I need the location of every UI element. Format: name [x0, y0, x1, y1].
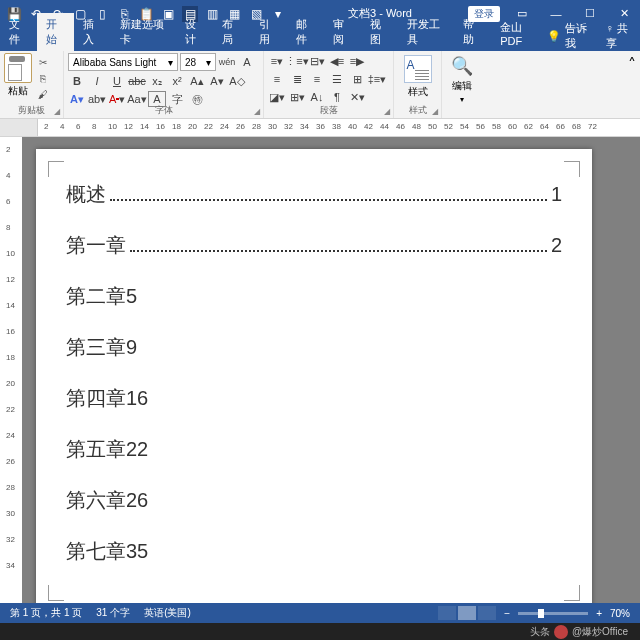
tab-home[interactable]: 开始: [37, 13, 74, 51]
toc-entry[interactable]: 第四章16: [66, 385, 562, 412]
align-right-icon[interactable]: ≡: [308, 71, 326, 87]
toc-page-num: 2: [551, 234, 562, 257]
toc-entry[interactable]: 第一章2: [66, 232, 562, 259]
paragraph-group: ≡▾ ⋮≡▾ ⊟▾ ◀≡ ≡▶ ≡ ≣ ≡ ☰ ⊞ ‡≡▾ ◪▾ ⊞▾ A↓ ¶…: [264, 51, 394, 118]
tab-insert[interactable]: 插入: [74, 13, 111, 51]
font-label: 字体: [64, 104, 263, 117]
styles-button[interactable]: 样式: [398, 53, 437, 101]
format-painter-icon[interactable]: 🖌: [34, 87, 52, 101]
clipboard-group: 粘贴 ✂ ⎘ 🖌 剪贴板 ◢: [0, 51, 64, 118]
styles-group: 样式 样式 ◢: [394, 51, 442, 118]
tell-me[interactable]: 告诉我: [565, 21, 591, 51]
justify-icon[interactable]: ☰: [328, 71, 346, 87]
editing-button[interactable]: 🔍 编辑 ▾: [446, 53, 478, 106]
asian-layout-icon[interactable]: ✕▾: [348, 89, 366, 105]
page-indicator[interactable]: 第 1 页，共 1 页: [10, 606, 82, 620]
tab-dev[interactable]: 开发工具: [398, 13, 454, 51]
numbering-icon[interactable]: ⋮≡▾: [288, 53, 306, 69]
watermark-bar: 头条 @爆炒Office: [0, 623, 640, 640]
zoom-slider[interactable]: [518, 612, 588, 615]
grow-font-icon[interactable]: A▴: [188, 73, 206, 89]
document-page[interactable]: 概述1第一章2第二章5第三章9第四章16第五章22第六章26第七章35: [36, 149, 592, 603]
page-background[interactable]: 概述1第一章2第二章5第三章9第四章16第五章22第六章26第七章35: [22, 137, 640, 603]
watermark-prefix: 头条: [530, 625, 550, 639]
multilevel-icon[interactable]: ⊟▾: [308, 53, 326, 69]
toc-title: 第三章: [66, 334, 126, 361]
status-bar: 第 1 页，共 1 页 31 个字 英语(美国) − + 70%: [0, 603, 640, 623]
underline-button[interactable]: U: [108, 73, 126, 89]
tab-references[interactable]: 引用: [250, 13, 287, 51]
align-center-icon[interactable]: ≣: [288, 71, 306, 87]
clear-format-icon[interactable]: A◇: [228, 73, 246, 89]
avatar-icon: [554, 625, 568, 639]
toc-entry[interactable]: 第二章5: [66, 283, 562, 310]
tab-mail[interactable]: 邮件: [287, 13, 324, 51]
view-buttons: [438, 606, 496, 620]
shading-icon[interactable]: ◪▾: [268, 89, 286, 105]
italic-button[interactable]: I: [88, 73, 106, 89]
print-layout-icon[interactable]: [458, 606, 476, 620]
char-border-icon[interactable]: A: [238, 54, 256, 70]
vertical-ruler[interactable]: 246810121416182022242628303234: [0, 137, 22, 603]
font-name-selector[interactable]: Alibaba Sans Light▾: [68, 53, 178, 71]
distribute-icon[interactable]: ⊞: [348, 71, 366, 87]
zoom-out-icon[interactable]: −: [504, 608, 510, 619]
toc-page-num: 26: [126, 489, 148, 512]
editing-text: 编辑: [452, 79, 472, 93]
strikethrough-button[interactable]: abc: [128, 73, 146, 89]
toc-entry[interactable]: 第五章22: [66, 436, 562, 463]
zoom-level[interactable]: 70%: [610, 608, 630, 619]
toc-leader: [130, 238, 547, 252]
increase-indent-icon[interactable]: ≡▶: [348, 53, 366, 69]
tab-wps[interactable]: 金山PDF: [491, 16, 547, 51]
read-mode-icon[interactable]: [438, 606, 456, 620]
toc-entry[interactable]: 第六章26: [66, 487, 562, 514]
show-marks-icon[interactable]: ¶: [328, 89, 346, 105]
margin-corner: [564, 585, 580, 601]
para-launcher-icon[interactable]: ◢: [384, 107, 390, 116]
chevron-down-icon: ▾: [168, 57, 173, 68]
tab-newtab[interactable]: 新建选项卡: [111, 13, 176, 51]
copy-icon[interactable]: ⎘: [34, 71, 52, 85]
collapse-ribbon-icon[interactable]: ˄: [624, 51, 640, 118]
toc-entry[interactable]: 概述1: [66, 181, 562, 208]
styles-launcher-icon[interactable]: ◢: [432, 107, 438, 116]
clipboard-launcher-icon[interactable]: ◢: [54, 107, 60, 116]
web-layout-icon[interactable]: [478, 606, 496, 620]
bullets-icon[interactable]: ≡▾: [268, 53, 286, 69]
subscript-button[interactable]: x₂: [148, 73, 166, 89]
tab-review[interactable]: 审阅: [324, 13, 361, 51]
shrink-font-icon[interactable]: A▾: [208, 73, 226, 89]
paste-button[interactable]: 粘贴: [4, 53, 32, 101]
toc-title: 第一章: [66, 232, 126, 259]
tab-view[interactable]: 视图: [361, 13, 398, 51]
cut-icon[interactable]: ✂: [34, 55, 52, 69]
font-size-selector[interactable]: 28▾: [180, 53, 216, 71]
line-spacing-icon[interactable]: ‡≡▾: [368, 71, 386, 87]
toc-entry[interactable]: 第七章35: [66, 538, 562, 565]
bold-button[interactable]: B: [68, 73, 86, 89]
align-left-icon[interactable]: ≡: [268, 71, 286, 87]
phonetic-guide-icon[interactable]: wén: [218, 54, 236, 70]
toc-leader: [110, 187, 547, 201]
toc-title: 第二章: [66, 283, 126, 310]
word-count[interactable]: 31 个字: [96, 606, 130, 620]
share-button[interactable]: ♀ 共享: [606, 21, 633, 51]
tab-design[interactable]: 设计: [176, 13, 213, 51]
styles-icon: [404, 55, 432, 83]
font-launcher-icon[interactable]: ◢: [254, 107, 260, 116]
toc-entry[interactable]: 第三章9: [66, 334, 562, 361]
font-group: Alibaba Sans Light▾ 28▾ wén A B I U abc …: [64, 51, 264, 118]
horizontal-ruler[interactable]: 2468101214161820222426283032343638404244…: [0, 119, 640, 137]
borders-icon[interactable]: ⊞▾: [288, 89, 306, 105]
tab-file[interactable]: 文件: [0, 13, 37, 51]
language-indicator[interactable]: 英语(美国): [144, 606, 191, 620]
superscript-button[interactable]: x²: [168, 73, 186, 89]
decrease-indent-icon[interactable]: ◀≡: [328, 53, 346, 69]
tab-layout[interactable]: 布局: [213, 13, 250, 51]
lightbulb-icon: 💡: [547, 30, 561, 43]
zoom-in-icon[interactable]: +: [596, 608, 602, 619]
toc-page-num: 9: [126, 336, 137, 359]
sort-icon[interactable]: A↓: [308, 89, 326, 105]
tab-help[interactable]: 帮助: [454, 13, 491, 51]
